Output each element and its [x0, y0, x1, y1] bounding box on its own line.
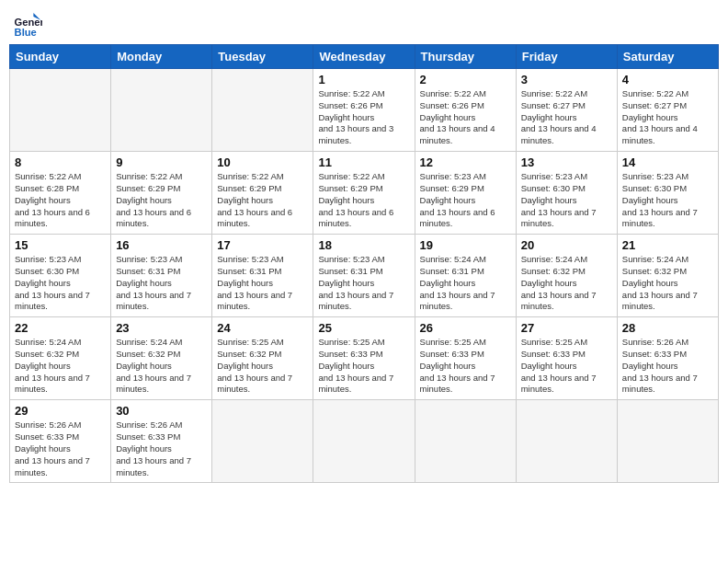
- day-info: Sunrise: 5:22 AM Sunset: 6:29 PM Dayligh…: [318, 171, 409, 230]
- day-number: 19: [420, 238, 511, 252]
- day-number: 25: [318, 321, 409, 335]
- day-cell: 16 Sunrise: 5:23 AM Sunset: 6:31 PM Dayl…: [111, 235, 212, 317]
- weekday-header-friday: Friday: [516, 45, 617, 69]
- day-info: Sunrise: 5:23 AM Sunset: 6:31 PM Dayligh…: [116, 254, 207, 313]
- logo-icon: General Blue: [13, 9, 42, 39]
- day-info: Sunrise: 5:26 AM Sunset: 6:33 PM Dayligh…: [116, 419, 207, 478]
- weekday-header-monday: Monday: [111, 45, 212, 69]
- day-cell: 2 Sunrise: 5:22 AM Sunset: 6:26 PM Dayli…: [415, 69, 516, 152]
- day-cell: [212, 69, 313, 152]
- day-cell: [10, 69, 111, 152]
- day-cell: 12 Sunrise: 5:23 AM Sunset: 6:29 PM Dayl…: [415, 152, 516, 235]
- day-number: 10: [217, 155, 308, 169]
- day-number: 3: [521, 73, 612, 86]
- day-info: Sunrise: 5:24 AM Sunset: 6:32 PM Dayligh…: [116, 337, 207, 396]
- weekday-header-wednesday: Wednesday: [313, 45, 415, 69]
- calendar-body: 1 Sunrise: 5:22 AM Sunset: 6:26 PM Dayli…: [10, 69, 719, 483]
- day-info: Sunrise: 5:23 AM Sunset: 6:31 PM Dayligh…: [318, 254, 409, 313]
- calendar-header-row: SundayMondayTuesdayWednesdayThursdayFrid…: [10, 45, 719, 69]
- day-cell: [415, 400, 516, 483]
- day-cell: 30 Sunrise: 5:26 AM Sunset: 6:33 PM Dayl…: [111, 400, 212, 483]
- day-cell: 3 Sunrise: 5:22 AM Sunset: 6:27 PM Dayli…: [516, 69, 617, 152]
- day-number: 4: [622, 73, 713, 86]
- day-info: Sunrise: 5:22 AM Sunset: 6:28 PM Dayligh…: [15, 171, 106, 230]
- day-cell: 14 Sunrise: 5:23 AM Sunset: 6:30 PM Dayl…: [617, 152, 718, 235]
- day-cell: [617, 400, 718, 483]
- day-cell: [516, 400, 617, 483]
- day-cell: 24 Sunrise: 5:25 AM Sunset: 6:32 PM Dayl…: [212, 317, 313, 400]
- day-number: 8: [15, 155, 106, 169]
- day-number: 11: [318, 155, 409, 169]
- calendar-table: SundayMondayTuesdayWednesdayThursdayFrid…: [9, 44, 719, 483]
- day-number: 16: [116, 238, 207, 252]
- day-info: Sunrise: 5:25 AM Sunset: 6:33 PM Dayligh…: [521, 337, 612, 396]
- day-cell: 8 Sunrise: 5:22 AM Sunset: 6:28 PM Dayli…: [10, 152, 111, 235]
- day-number: 15: [15, 238, 106, 252]
- day-info: Sunrise: 5:22 AM Sunset: 6:29 PM Dayligh…: [217, 171, 308, 230]
- day-number: 9: [116, 155, 207, 169]
- day-number: 27: [521, 321, 612, 335]
- day-cell: 9 Sunrise: 5:22 AM Sunset: 6:29 PM Dayli…: [111, 152, 212, 235]
- day-info: Sunrise: 5:22 AM Sunset: 6:29 PM Dayligh…: [116, 171, 207, 230]
- weekday-header-saturday: Saturday: [617, 45, 718, 69]
- day-cell: 28 Sunrise: 5:26 AM Sunset: 6:33 PM Dayl…: [617, 317, 718, 400]
- day-number: 22: [15, 321, 106, 335]
- day-info: Sunrise: 5:24 AM Sunset: 6:31 PM Dayligh…: [420, 254, 511, 313]
- day-info: Sunrise: 5:26 AM Sunset: 6:33 PM Dayligh…: [15, 419, 106, 478]
- weekday-header-thursday: Thursday: [415, 45, 516, 69]
- day-cell: 17 Sunrise: 5:23 AM Sunset: 6:31 PM Dayl…: [212, 235, 313, 317]
- day-info: Sunrise: 5:23 AM Sunset: 6:31 PM Dayligh…: [217, 254, 308, 313]
- week-row-2: 8 Sunrise: 5:22 AM Sunset: 6:28 PM Dayli…: [10, 152, 719, 235]
- day-cell: 22 Sunrise: 5:24 AM Sunset: 6:32 PM Dayl…: [10, 317, 111, 400]
- day-cell: 29 Sunrise: 5:26 AM Sunset: 6:33 PM Dayl…: [10, 400, 111, 483]
- day-number: 20: [521, 238, 612, 252]
- day-info: Sunrise: 5:25 AM Sunset: 6:33 PM Dayligh…: [318, 337, 409, 396]
- day-cell: [111, 69, 212, 152]
- day-cell: 11 Sunrise: 5:22 AM Sunset: 6:29 PM Dayl…: [313, 152, 415, 235]
- day-info: Sunrise: 5:26 AM Sunset: 6:33 PM Dayligh…: [622, 337, 713, 396]
- day-number: 18: [318, 238, 409, 252]
- day-number: 29: [15, 404, 106, 418]
- day-number: 17: [217, 238, 308, 252]
- day-info: Sunrise: 5:25 AM Sunset: 6:33 PM Dayligh…: [420, 337, 511, 396]
- week-row-5: 29 Sunrise: 5:26 AM Sunset: 6:33 PM Dayl…: [10, 400, 719, 483]
- day-cell: 23 Sunrise: 5:24 AM Sunset: 6:32 PM Dayl…: [111, 317, 212, 400]
- day-cell: 25 Sunrise: 5:25 AM Sunset: 6:33 PM Dayl…: [313, 317, 415, 400]
- day-number: 14: [622, 155, 713, 169]
- day-number: 28: [622, 321, 713, 335]
- day-cell: 19 Sunrise: 5:24 AM Sunset: 6:31 PM Dayl…: [415, 235, 516, 317]
- day-info: Sunrise: 5:22 AM Sunset: 6:27 PM Dayligh…: [622, 88, 713, 147]
- day-info: Sunrise: 5:24 AM Sunset: 6:32 PM Dayligh…: [15, 337, 106, 396]
- day-info: Sunrise: 5:22 AM Sunset: 6:27 PM Dayligh…: [521, 88, 612, 147]
- logo: General Blue: [13, 9, 46, 39]
- day-cell: 20 Sunrise: 5:24 AM Sunset: 6:32 PM Dayl…: [516, 235, 617, 317]
- svg-text:Blue: Blue: [15, 27, 37, 38]
- day-number: 2: [420, 73, 511, 86]
- day-cell: 4 Sunrise: 5:22 AM Sunset: 6:27 PM Dayli…: [617, 69, 718, 152]
- day-cell: [212, 400, 313, 483]
- day-cell: 1 Sunrise: 5:22 AM Sunset: 6:26 PM Dayli…: [313, 69, 415, 152]
- day-info: Sunrise: 5:22 AM Sunset: 6:26 PM Dayligh…: [420, 88, 511, 147]
- week-row-3: 15 Sunrise: 5:23 AM Sunset: 6:30 PM Dayl…: [10, 235, 719, 317]
- weekday-header-sunday: Sunday: [10, 45, 111, 69]
- day-info: Sunrise: 5:23 AM Sunset: 6:30 PM Dayligh…: [622, 171, 713, 230]
- day-cell: [313, 400, 415, 483]
- weekday-header-tuesday: Tuesday: [212, 45, 313, 69]
- day-number: 30: [116, 404, 207, 418]
- day-cell: 15 Sunrise: 5:23 AM Sunset: 6:30 PM Dayl…: [10, 235, 111, 317]
- day-cell: 27 Sunrise: 5:25 AM Sunset: 6:33 PM Dayl…: [516, 317, 617, 400]
- day-cell: 21 Sunrise: 5:24 AM Sunset: 6:32 PM Dayl…: [617, 235, 718, 317]
- day-number: 23: [116, 321, 207, 335]
- day-number: 13: [521, 155, 612, 169]
- day-info: Sunrise: 5:22 AM Sunset: 6:26 PM Dayligh…: [318, 88, 409, 147]
- day-info: Sunrise: 5:24 AM Sunset: 6:32 PM Dayligh…: [521, 254, 612, 313]
- day-number: 12: [420, 155, 511, 169]
- day-cell: 10 Sunrise: 5:22 AM Sunset: 6:29 PM Dayl…: [212, 152, 313, 235]
- day-number: 24: [217, 321, 308, 335]
- day-info: Sunrise: 5:23 AM Sunset: 6:30 PM Dayligh…: [521, 171, 612, 230]
- day-cell: 13 Sunrise: 5:23 AM Sunset: 6:30 PM Dayl…: [516, 152, 617, 235]
- day-number: 26: [420, 321, 511, 335]
- day-info: Sunrise: 5:24 AM Sunset: 6:32 PM Dayligh…: [622, 254, 713, 313]
- week-row-4: 22 Sunrise: 5:24 AM Sunset: 6:32 PM Dayl…: [10, 317, 719, 400]
- day-cell: 18 Sunrise: 5:23 AM Sunset: 6:31 PM Dayl…: [313, 235, 415, 317]
